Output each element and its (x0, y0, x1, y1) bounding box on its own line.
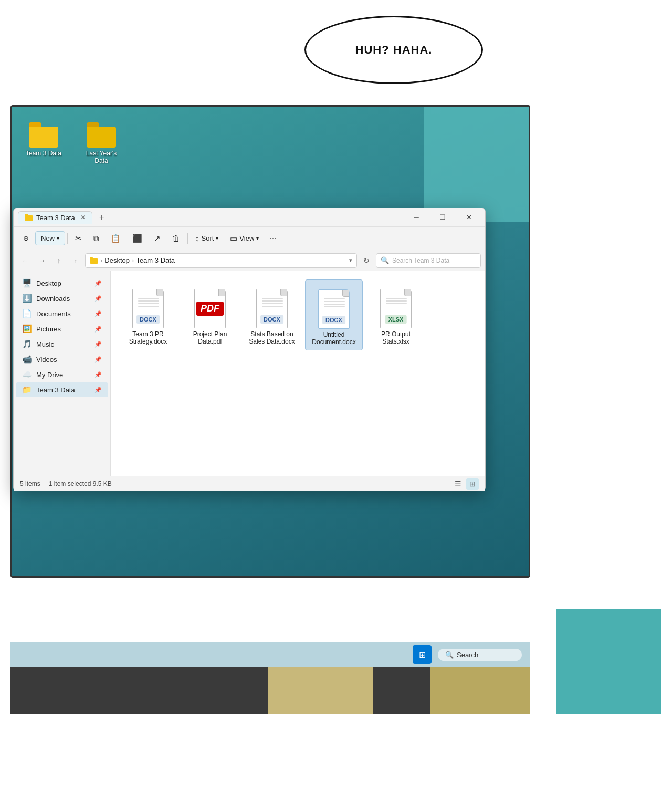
maximize-button[interactable]: ☐ (430, 210, 455, 225)
file-item-pr-strategy[interactable]: DOCX Team 3 PR Strategy.docx (119, 279, 177, 350)
sidebar-item-pictures[interactable]: 🖼️ Pictures 📌 (16, 322, 108, 336)
view-icon: ▭ (230, 234, 237, 243)
file-page-project-plan: PDF (194, 289, 226, 328)
nav-up-button[interactable]: ↑ (51, 253, 66, 268)
sidebar-item-mydrive[interactable]: ☁️ My Drive 📌 (16, 367, 108, 382)
videos-icon-sidebar: 📹 (22, 355, 32, 364)
downloads-icon-sidebar: ⬇️ (22, 294, 32, 303)
file-name-pr-strategy: Team 3 PR Strategy.docx (123, 330, 173, 345)
file-name-project-plan: Project Plan Data.pdf (185, 330, 235, 345)
rename-button[interactable]: ⬛ (127, 231, 148, 246)
file-line-s3 (262, 303, 283, 304)
sidebar-label-videos: Videos (36, 356, 57, 364)
file-item-untitled[interactable]: DOCX Untitled Document.docx (305, 279, 363, 350)
delete-button[interactable]: 🗑 (167, 231, 185, 245)
file-name-pr-output: PR Output Stats.xlsx (371, 330, 421, 345)
file-item-pr-output[interactable]: XLSX PR Output Stats.xlsx (367, 279, 425, 350)
file-page-stats: DOCX (256, 289, 288, 328)
file-lines-pr-strategy (138, 298, 159, 308)
view-button[interactable]: ▭ View ▾ (225, 231, 264, 246)
items-count: 5 items (20, 480, 40, 488)
tab-folder-body-part (25, 215, 33, 221)
sidebar-item-team3data[interactable]: 📁 Team 3 Data 📌 (16, 382, 108, 397)
file-line-u4 (324, 306, 345, 307)
taskbar-search-icon: 🔍 (445, 651, 454, 659)
nav-forward-button[interactable]: → (35, 253, 49, 268)
sidebar-item-videos[interactable]: 📹 Videos 📌 (16, 352, 108, 367)
file-line-p1 (386, 298, 407, 299)
file-item-project-plan[interactable]: PDF Project Plan Data.pdf (181, 279, 239, 350)
file-type-untitled: DOCX (322, 316, 345, 324)
paste-button[interactable]: 📋 (106, 231, 126, 246)
list-view-button[interactable]: ☰ (452, 478, 464, 490)
copy-button[interactable]: ⧉ (88, 231, 104, 246)
taskbar: ⊞ 🔍 Search (10, 642, 530, 667)
view-chevron-icon: ▾ (256, 235, 259, 241)
address-path[interactable]: › Desktop › Team 3 Data ▾ (85, 253, 357, 268)
sidebar-pin-documents: 📌 (94, 310, 102, 317)
file-line-p3 (386, 303, 407, 304)
address-path-folder: Team 3 Data (136, 256, 175, 264)
title-tab-label: Team 3 Data (36, 214, 75, 222)
window-controls: ─ ☐ ✕ (404, 210, 481, 225)
search-placeholder: Search Team 3 Data (392, 257, 449, 264)
refresh-button[interactable]: ↻ (359, 253, 374, 268)
cut-button[interactable]: ✂ (70, 231, 87, 246)
sidebar-item-music[interactable]: 🎵 Music 📌 (16, 337, 108, 351)
file-page-pr-strategy: DOCX (132, 289, 164, 328)
file-lines-pr-output (386, 298, 407, 306)
file-line-3 (138, 303, 159, 304)
desktop-icons: Team 3 Data Last Year's Data (23, 122, 122, 164)
speech-bubble-text: HUH? HAHA. (355, 43, 433, 57)
path-arrow-1: › (100, 256, 102, 264)
sidebar-label-mydrive: My Drive (36, 371, 63, 379)
back-nav-button[interactable]: ⊕ (18, 232, 34, 245)
grid-view-button[interactable]: ⊞ (466, 478, 479, 490)
file-name-stats: Stats Based on Sales Data.docx (247, 330, 297, 345)
address-dropdown-icon[interactable]: ▾ (349, 257, 352, 264)
more-options-button[interactable]: ··· (265, 231, 280, 246)
new-chevron-icon: ▾ (57, 235, 59, 241)
file-page-untitled: DOCX (318, 289, 350, 329)
main-content: 🖥️ Desktop 📌 ⬇️ Downloads 📌 📄 Documents … (14, 271, 485, 476)
share-icon: ↗ (154, 234, 161, 243)
new-button[interactable]: New ▾ (35, 231, 65, 245)
taskbar-search-label: Search (457, 651, 478, 659)
file-type-pr-output: XLSX (385, 315, 407, 324)
minimize-button[interactable]: ─ (404, 210, 428, 225)
sort-button[interactable]: ↕ Sort ▾ (190, 231, 224, 245)
sidebar-item-desktop[interactable]: 🖥️ Desktop 📌 (16, 276, 108, 291)
nav-back-button[interactable]: ← (18, 253, 33, 268)
copy-icon: ⧉ (93, 234, 99, 243)
title-tab[interactable]: Team 3 Data ✕ (18, 211, 92, 224)
new-tab-button[interactable]: + (94, 210, 109, 225)
pictures-icon-sidebar: 🖼️ (22, 324, 32, 334)
desktop-icon-lastyear-label: Last Year's Data (80, 150, 122, 164)
bottom-tan-block-2 (430, 667, 530, 714)
toolbar-separator-2 (187, 233, 188, 244)
start-button[interactable]: ⊞ (413, 645, 432, 664)
tab-close-icon[interactable]: ✕ (80, 214, 86, 221)
desktop-icon-team3data[interactable]: Team 3 Data (23, 122, 65, 164)
selected-info: 1 item selected 9.5 KB (49, 480, 112, 488)
nav-down-button[interactable]: ↑ (68, 253, 83, 268)
search-box[interactable]: 🔍 Search Team 3 Data (376, 253, 481, 268)
desktop-icon-team3data-label: Team 3 Data (26, 150, 61, 157)
taskbar-search[interactable]: 🔍 Search (438, 649, 522, 661)
teal-accent-br (556, 609, 662, 714)
file-item-stats[interactable]: DOCX Stats Based on Sales Data.docx (243, 279, 301, 350)
view-label: View (239, 234, 254, 242)
file-area: DOCX Team 3 PR Strategy.docx PDF Project… (111, 271, 485, 476)
share-button[interactable]: ↗ (149, 231, 166, 246)
file-line-p2 (386, 300, 407, 302)
close-button[interactable]: ✕ (457, 210, 481, 225)
sidebar-pin-music: 📌 (94, 341, 102, 348)
sidebar-label-desktop: Desktop (36, 279, 61, 287)
file-line-u2 (324, 301, 345, 302)
folder-icon-team3data (29, 122, 58, 148)
sidebar-item-documents[interactable]: 📄 Documents 📌 (16, 306, 108, 321)
sidebar-label-team3data: Team 3 Data (36, 386, 75, 394)
sidebar-item-downloads[interactable]: ⬇️ Downloads 📌 (16, 291, 108, 306)
speech-bubble: HUH? HAHA. (304, 16, 483, 84)
desktop-icon-lastyear[interactable]: Last Year's Data (80, 122, 122, 164)
